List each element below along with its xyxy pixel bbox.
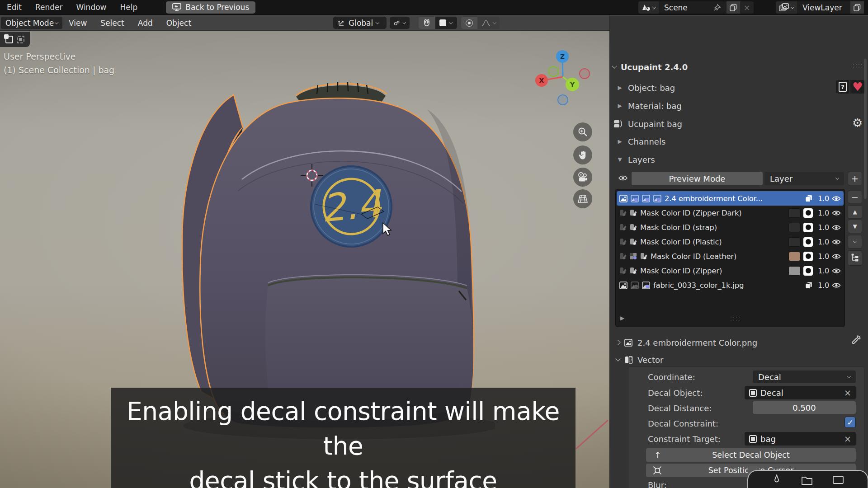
eye-icon[interactable] [832,224,841,231]
back-to-previous-button[interactable]: Back to Previous [166,1,255,14]
layers-expander[interactable]: ▼ Layers [616,154,655,165]
pivot-point-dropdown[interactable] [390,17,410,29]
pin-icon[interactable] [713,4,721,12]
layer-row[interactable]: Mask Color ID (Plastic) 1.0 [617,235,844,249]
remove-layer-button[interactable]: − [848,191,862,203]
support-button[interactable]: ♥ [850,80,865,94]
layer-opacity[interactable]: 1.0 [816,252,829,261]
eye-icon[interactable] [832,253,841,260]
preview-mode-button[interactable]: Preview Mode [632,172,763,185]
color-swatch[interactable] [788,237,801,247]
mask-preview-chip[interactable] [803,237,813,247]
eye-icon[interactable] [832,195,841,202]
object-expander[interactable]: ▶ Object: bag [616,82,675,94]
grid-toggle-button[interactable] [573,189,592,208]
decal-distance-slider[interactable]: 0.500 [753,401,856,414]
color-swatch[interactable] [788,266,801,276]
list-resize-grip[interactable] [730,317,741,321]
add-layer-button[interactable]: + [848,172,862,185]
transform-orientation-dropdown[interactable]: Global [333,17,387,29]
menu-add[interactable]: Add [138,19,153,28]
eye-icon[interactable] [832,267,841,274]
layer-type-dropdown[interactable]: Layer [764,172,844,185]
proportional-editing-toggle[interactable] [461,17,477,29]
pan-button[interactable] [573,145,592,164]
color-swatch[interactable] [788,252,801,261]
axis-y[interactable]: Y [566,78,579,91]
proportional-falloff-dropdown[interactable] [478,17,500,29]
floating-tool-popup[interactable] [747,470,868,488]
navigation-gizmo[interactable]: Z X Y [533,49,593,108]
axis-neg-z[interactable] [558,95,568,105]
vector-expander[interactable]: Vector [616,354,663,366]
decal-object-field[interactable]: Decal × [745,386,856,399]
axis-neg-y[interactable] [548,66,558,76]
move-layer-down-button[interactable]: ▼ [848,220,862,233]
mask-preview-chip[interactable] [803,223,813,232]
constraint-target-field[interactable]: bag × [745,432,856,446]
panel-header[interactable]: Ucupaint 2.4.0 [613,61,688,73]
layer-row[interactable]: Mask Color ID (strap) 1.0 [617,220,844,235]
stack-icon[interactable] [805,195,813,202]
layer-opacity[interactable]: 1.0 [816,194,829,203]
image-item-expander[interactable]: 2.4 embroiderment Color.png [616,337,757,348]
eye-icon[interactable] [832,239,841,245]
tweak-tool-icon[interactable] [5,36,13,43]
clear-decal-object-button[interactable]: × [844,388,856,398]
color-swatch[interactable] [788,223,801,232]
scene-browse-button[interactable] [638,1,659,14]
snap-toggle[interactable] [419,17,435,29]
viewlayer-name-field[interactable]: ViewLayer [797,1,850,14]
list-expand-triangle[interactable]: ▶ [620,315,624,321]
camera-view-button[interactable] [573,168,592,187]
new-scene-button[interactable] [726,1,740,14]
menu-render[interactable]: Render [28,3,70,12]
select-box-tool-icon[interactable] [17,36,24,43]
panel-scrollbar[interactable] [864,59,867,199]
documentation-button[interactable]: ? [836,80,849,94]
ucupaint-node[interactable]: Ucupaint bag [613,118,682,130]
mask-preview-chip[interactable] [803,208,813,218]
axis-neg-x[interactable] [580,69,590,79]
zoom-button[interactable] [573,122,592,141]
eye-icon[interactable] [832,210,841,216]
new-viewlayer-button[interactable] [850,1,864,14]
menu-view[interactable]: View [69,19,87,28]
color-swatch[interactable] [788,208,801,218]
layer-row[interactable]: Mask Color ID (Leather) 1.0 [617,249,844,263]
eye-icon[interactable] [832,282,841,289]
layer-row[interactable]: 2.4 embroiderment Color... 1.0 [617,191,844,206]
channels-expander[interactable]: ▶ Channels [616,136,665,147]
mask-preview-chip[interactable] [803,252,813,261]
menu-edit[interactable]: Edit [0,3,28,12]
menu-help[interactable]: Help [113,3,144,12]
layer-opacity[interactable]: 1.0 [816,209,829,217]
gear-icon[interactable]: ⚙ [852,116,863,130]
wrench-icon[interactable] [851,335,861,345]
backpack-model[interactable]: 2.4 [174,72,495,441]
decal-constraint-checkbox[interactable]: ✓ [844,417,856,428]
coordinate-dropdown[interactable]: Decal [753,371,856,383]
panel-drag-grip[interactable] [852,64,864,68]
menu-window[interactable]: Window [69,3,113,12]
layer-row[interactable]: Mask Color ID (Zipper Dark) 1.0 [617,206,844,220]
layer-row[interactable]: Mask Color ID (Zipper) 1.0 [617,263,844,278]
stack-icon[interactable] [805,282,813,289]
layer-opacity[interactable]: 1.0 [816,223,829,232]
layer-row[interactable]: fabric_0033_color_1k.jpg 1.0 [617,278,844,292]
menu-select[interactable]: Select [100,19,124,28]
layer-opacity[interactable]: 1.0 [816,281,829,290]
axis-z[interactable]: Z [556,50,569,63]
scene-name-field[interactable]: Scene [659,1,726,14]
select-decal-object-button[interactable]: ↑ Select Decal Object [646,448,856,462]
menu-object[interactable]: Object [166,19,191,28]
layer-opacity[interactable]: 1.0 [816,238,829,246]
unlink-scene-button[interactable]: × [740,1,754,14]
move-layer-up-button[interactable]: ▲ [848,205,862,219]
material-expander[interactable]: ▶ Material: bag [616,100,682,112]
snap-with-dropdown[interactable] [435,17,457,29]
axis-x[interactable]: X [535,74,548,87]
mask-preview-chip[interactable] [803,266,813,276]
viewlayer-browse-button[interactable] [776,1,797,14]
mode-dropdown[interactable]: Object Mode [1,17,62,29]
